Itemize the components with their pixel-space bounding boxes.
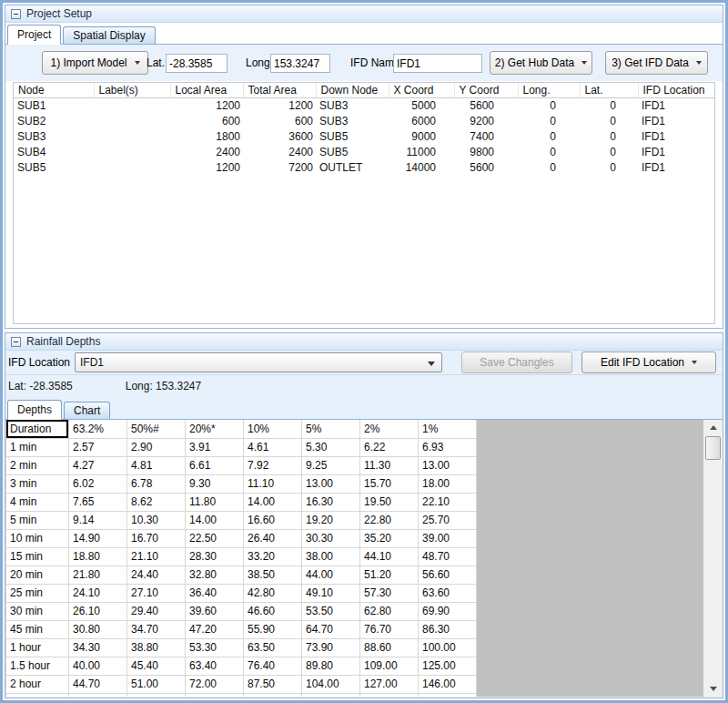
scroll-up-icon[interactable]: [703, 420, 723, 435]
tab-depths[interactable]: Depths: [7, 400, 62, 420]
cell[interactable]: 0: [580, 113, 638, 128]
table-row[interactable]: 45 min30.8034.7047.2055.9064.7076.7086.3…: [6, 620, 477, 638]
cell[interactable]: 30 min: [6, 602, 69, 620]
cell[interactable]: 26.40: [244, 529, 302, 547]
cell[interactable]: 0: [518, 159, 580, 175]
cell[interactable]: IFD1: [638, 97, 715, 113]
cell[interactable]: 76.70: [360, 620, 419, 638]
cell[interactable]: 6000: [389, 113, 454, 128]
cell[interactable]: 63.40: [186, 657, 244, 675]
cell[interactable]: 27.10: [127, 584, 186, 602]
column-header[interactable]: 63.2%: [69, 420, 127, 438]
cell[interactable]: SUB5: [14, 159, 94, 175]
cell[interactable]: 146.00: [419, 675, 477, 693]
cell[interactable]: SUB5: [316, 128, 389, 144]
table-row[interactable]: 3 min6.026.789.3011.1013.0015.7018.00: [6, 474, 477, 493]
cell[interactable]: 14000: [389, 159, 454, 175]
cell[interactable]: 53.50: [302, 602, 360, 620]
cell[interactable]: SUB4: [14, 144, 94, 159]
table-row[interactable]: 4 min7.658.6211.8014.0016.3019.5022.10: [6, 493, 477, 511]
cell[interactable]: 5600: [454, 97, 518, 113]
cell[interactable]: 22.10: [419, 493, 477, 511]
tab-chart[interactable]: Chart: [64, 402, 110, 419]
node-list[interactable]: Node Label(s) Local Area Total Area Down…: [13, 82, 715, 324]
cell[interactable]: 2400: [243, 144, 316, 159]
cell[interactable]: 6.61: [186, 456, 244, 474]
cell[interactable]: 16.60: [244, 511, 302, 529]
cell[interactable]: 3600: [243, 128, 316, 144]
cell[interactable]: 1200: [170, 159, 243, 175]
ifd-name-input[interactable]: [393, 54, 482, 73]
cell[interactable]: 1200: [170, 97, 243, 113]
cell[interactable]: 63.50: [244, 638, 302, 657]
cell[interactable]: 21.10: [127, 547, 186, 565]
ifd-location-combobox[interactable]: IFD1: [75, 352, 442, 372]
cell[interactable]: 34.30: [69, 638, 127, 657]
cell[interactable]: 19.50: [360, 493, 419, 511]
table-row[interactable]: SUB112001200SUB35000560000IFD1: [14, 97, 715, 113]
cell[interactable]: 2.90: [127, 438, 186, 456]
cell[interactable]: OUTLET: [316, 159, 389, 175]
cell[interactable]: 1800: [170, 128, 243, 144]
cell[interactable]: 38.80: [127, 638, 186, 657]
cell[interactable]: 10 min: [6, 529, 69, 547]
cell[interactable]: 73.90: [302, 638, 360, 657]
cell[interactable]: 3.91: [186, 438, 244, 456]
cell[interactable]: 38.50: [244, 565, 302, 584]
cell[interactable]: 51.00: [127, 675, 186, 693]
cell[interactable]: 0: [518, 113, 580, 128]
column-header[interactable]: Y Coord: [454, 83, 518, 97]
cell[interactable]: 13.00: [419, 456, 477, 474]
table-row[interactable]: 1 hour34.3038.8053.3063.5073.9088.60100.…: [6, 638, 477, 657]
cell[interactable]: 45 min: [6, 620, 69, 638]
cell[interactable]: 4 min: [6, 493, 69, 511]
cell[interactable]: 38.00: [302, 547, 360, 565]
cell[interactable]: 0: [580, 159, 638, 175]
table-row[interactable]: 5 min9.1410.3014.0016.6019.2022.8025.70: [6, 511, 477, 529]
get-hub-data-button[interactable]: 2) Get Hub Data: [490, 51, 592, 75]
cell[interactable]: 6.78: [127, 474, 186, 493]
column-header[interactable]: X Coord: [389, 83, 454, 97]
cell[interactable]: 20 min: [6, 565, 69, 584]
cell[interactable]: 9800: [454, 144, 518, 159]
cell[interactable]: 32.80: [186, 565, 244, 584]
cell[interactable]: 40.00: [69, 657, 127, 675]
cell[interactable]: 14.00: [186, 511, 244, 529]
cell[interactable]: [94, 113, 170, 128]
table-row[interactable]: 1 min2.572.903.914.615.306.226.93: [6, 438, 477, 456]
cell[interactable]: 7200: [243, 159, 316, 175]
cell[interactable]: 16.70: [127, 529, 186, 547]
cell[interactable]: 11000: [389, 144, 454, 159]
cell[interactable]: IFD1: [638, 113, 715, 128]
cell[interactable]: 2.57: [69, 438, 127, 456]
tab-project[interactable]: Project: [7, 25, 61, 45]
table-row[interactable]: 10 min14.9016.7022.5026.4030.3035.2039.0…: [6, 529, 477, 547]
cell[interactable]: 57.30: [360, 584, 419, 602]
column-header[interactable]: 5%: [302, 420, 360, 438]
cell[interactable]: 5.30: [302, 438, 360, 456]
cell[interactable]: 2 hour: [6, 675, 69, 693]
column-header[interactable]: Lat.: [580, 83, 638, 97]
cell[interactable]: 9000: [389, 128, 454, 144]
cell[interactable]: 10.30: [127, 511, 186, 529]
cell[interactable]: 4.27: [69, 456, 127, 474]
cell[interactable]: 76.40: [244, 657, 302, 675]
table-row[interactable]: 2 min4.274.816.617.929.2511.3013.00: [6, 456, 477, 474]
get-ifd-data-button[interactable]: 3) Get IFD Data: [605, 51, 708, 75]
table-row[interactable]: 20 min21.8024.4032.8038.5044.0051.2056.6…: [6, 565, 477, 584]
cell[interactable]: 5000: [389, 97, 454, 113]
cell[interactable]: 19.20: [302, 511, 360, 529]
cell[interactable]: 56.60: [419, 565, 477, 584]
cell[interactable]: 0: [580, 144, 638, 159]
edit-ifd-location-button[interactable]: Edit IFD Location: [581, 352, 716, 373]
scrollbar-thumb[interactable]: [705, 436, 721, 460]
cell[interactable]: 9200: [454, 113, 518, 128]
cell[interactable]: 30.30: [302, 529, 360, 547]
cell[interactable]: 6.93: [419, 438, 477, 456]
cell[interactable]: 15.70: [360, 474, 419, 493]
column-header[interactable]: 50%#: [127, 420, 186, 438]
cell[interactable]: 33.20: [244, 547, 302, 565]
cell[interactable]: 55.90: [244, 620, 302, 638]
cell[interactable]: [94, 159, 170, 175]
cell[interactable]: IFD1: [638, 159, 715, 175]
